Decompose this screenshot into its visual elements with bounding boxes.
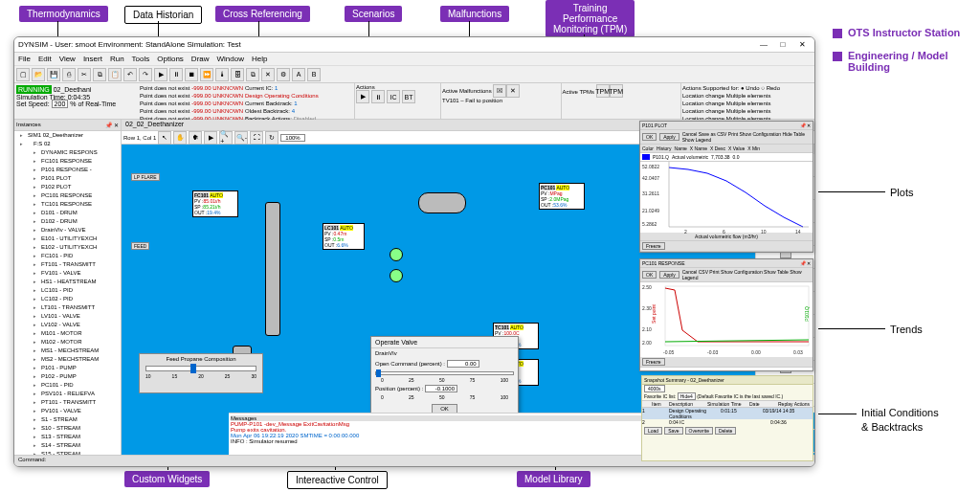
feedcomp-slider[interactable] xyxy=(145,366,256,371)
tree-item[interactable]: P101 PLOT xyxy=(33,174,121,183)
snap-tab[interactable]: 4000s xyxy=(644,385,665,392)
tool-historian-icon[interactable]: 🗄 xyxy=(231,68,244,81)
tree-item[interactable]: S1 - STREAM xyxy=(33,415,121,424)
snap-fav-select[interactable]: Hide4 xyxy=(678,392,696,400)
tool-undo-icon[interactable]: ↶ xyxy=(123,68,137,81)
pump-p102[interactable] xyxy=(390,269,403,282)
snapshot-summary-panel[interactable]: Snapshot Summary - 02_Deethanizer 4000s … xyxy=(641,375,813,461)
tool-cut-icon[interactable]: ✂ xyxy=(78,68,91,81)
tree-item[interactable]: PC101 - PID xyxy=(33,381,121,390)
tree-pin-icon[interactable]: 📌 ✕ xyxy=(105,122,119,128)
window-close-button[interactable]: ✕ xyxy=(793,39,811,51)
tree-item[interactable]: PSV101 - RELIEFVA xyxy=(33,390,121,398)
tree-item[interactable]: LC101 - PID xyxy=(33,286,121,295)
menu-options[interactable]: Options xyxy=(157,55,184,63)
action-ic-icon[interactable]: IC xyxy=(387,90,400,103)
canvas-zoomout-icon[interactable]: 🔍- xyxy=(234,131,248,145)
tree-item[interactable]: LV102 - VALVE xyxy=(33,321,121,329)
tree-item[interactable]: PT101 - TRANSMITT xyxy=(33,398,121,407)
menu-help[interactable]: Help xyxy=(252,55,267,63)
canvas-cursor-icon[interactable]: ↖ xyxy=(158,131,171,145)
menu-file[interactable]: File xyxy=(18,55,31,63)
action-scenario-icon[interactable]: ▶ xyxy=(356,90,369,103)
fc101-block[interactable]: FC101 AUTO PV :85.01t/h SP :85.21t/h OUT… xyxy=(192,190,238,217)
mal-toggle-icon[interactable]: ☒ xyxy=(493,84,506,98)
tree-root[interactable]: SIM1 02_Deethanizer xyxy=(20,131,121,140)
action-pause-icon[interactable]: ⏸ xyxy=(371,90,385,103)
window-min-button[interactable]: — xyxy=(755,39,772,51)
tree-item[interactable]: S10 - STREAM xyxy=(33,424,121,433)
tree-item[interactable]: FV101 - VALVE xyxy=(33,269,121,278)
tree-item[interactable]: MS2 - MECHSTREAM xyxy=(33,355,121,364)
tree-item[interactable]: PC101 RESPONSE xyxy=(33,191,121,200)
tool-b-icon[interactable]: B xyxy=(307,68,321,81)
tree-item[interactable]: D101 - DRUM xyxy=(33,209,121,217)
tool-print-icon[interactable]: ⎙ xyxy=(62,68,76,81)
tpm-icon[interactable]: TPM xyxy=(596,84,610,98)
tree-item[interactable]: DYNAMIC RESPONS xyxy=(33,148,121,157)
canvas-pan-icon[interactable]: ✋ xyxy=(173,131,187,145)
canvas-zoomin-icon[interactable]: 🔍+ xyxy=(219,131,233,145)
plot1-pin-icon[interactable]: 📌 ✕ xyxy=(800,123,811,128)
plot2-apply-button[interactable]: Apply xyxy=(659,271,679,279)
tree-item[interactable]: M102 - MOTOR xyxy=(33,338,121,347)
snap-overwrite-button[interactable]: Overwrite xyxy=(685,427,713,435)
tree-item[interactable]: TC101 RESPONSE xyxy=(33,200,121,209)
tree-item[interactable]: E102 - UTILITYEXCH xyxy=(33,243,121,252)
menu-run[interactable]: Run xyxy=(110,55,124,63)
tree-item[interactable]: PV101 - VALVE xyxy=(33,407,121,415)
pump-p101[interactable] xyxy=(390,248,403,261)
setspeed-input[interactable]: 200 xyxy=(52,100,69,108)
tool-a-icon[interactable]: A xyxy=(292,68,305,81)
lc101-block[interactable]: LC101 AUTO PV :0.47m SP :0.5m OUT :6.6% xyxy=(323,223,365,250)
plot2-freeze-button[interactable]: Freeze xyxy=(642,358,665,366)
snap-row[interactable]: 1 Design Operating Conditions 0:01:15 03… xyxy=(642,408,813,419)
plot2-buttons[interactable]: Cancel CSV Print Show Configuration Show… xyxy=(682,269,811,280)
snap-load-button[interactable]: Load xyxy=(644,427,662,435)
tree-item[interactable]: HS1 - HEATSTREAM xyxy=(33,278,121,286)
plot2-pin-icon[interactable]: 📌 ✕ xyxy=(800,260,811,266)
canvas-refresh-icon[interactable]: ↻ xyxy=(265,131,278,145)
snap-save-button[interactable]: Save xyxy=(664,427,682,435)
feed-composition-widget[interactable]: Feed Propane Composition 10 15 20 25 30 xyxy=(139,353,263,393)
tool-close-icon[interactable]: ✕ xyxy=(261,68,275,81)
tool-stop-icon[interactable]: ⏹ xyxy=(185,68,198,81)
feedcomp-knob[interactable] xyxy=(190,364,196,373)
snap-row[interactable]: 2 0:04 IC 0:04:36 xyxy=(642,419,813,425)
tree-item[interactable]: E101 - UTILITYEXCH xyxy=(33,235,121,243)
valve-open-knob[interactable] xyxy=(376,369,381,377)
mal-item[interactable]: TV101 – Fail to position xyxy=(442,98,560,103)
menu-draw[interactable]: Draw xyxy=(191,55,210,63)
canvas-play-icon[interactable]: ▶ xyxy=(204,131,217,145)
tool-redo-icon[interactable]: ↷ xyxy=(139,68,152,81)
tree-item[interactable]: M101 - MOTOR xyxy=(33,329,121,338)
tool-gear-icon[interactable]: ⚙ xyxy=(277,68,290,81)
menu-tools[interactable]: Tools xyxy=(132,55,150,63)
canvas-head-icon[interactable]: 🗣 xyxy=(189,131,202,145)
tool-ff-icon[interactable]: ⏩ xyxy=(200,68,213,81)
tool-pause-icon[interactable]: ⏸ xyxy=(169,68,183,81)
tree-item[interactable]: FT101 - TRANSMITT xyxy=(33,260,121,269)
tree-fs[interactable]: F:S 02 xyxy=(20,140,121,148)
menu-insert[interactable]: Insert xyxy=(83,55,102,63)
drum-d101[interactable] xyxy=(418,192,466,213)
tree-item[interactable]: DrainVlv - VALVE xyxy=(33,226,121,235)
redo-label[interactable]: Redo xyxy=(767,85,780,91)
pc101-trend-panel[interactable]: PC101 RESPONSE 📌 ✕ OK Apply Cancel CSV P… xyxy=(639,258,813,371)
tpm-icon2[interactable]: TPM xyxy=(610,84,623,98)
mal-del-icon[interactable]: ✕ xyxy=(506,84,520,98)
pc101-block[interactable]: PC101 AUTO PV :MPag SP :2.0MPag OUT :53.… xyxy=(539,183,585,210)
p101-plot-panel[interactable]: P101 PLOT 📌 ✕ OK Apply Cancel Save as CS… xyxy=(639,121,813,253)
plot1-ok-button[interactable]: OK xyxy=(642,133,657,141)
snap-delete-button[interactable]: Delete xyxy=(715,427,736,435)
tool-xref-icon[interactable]: ⧉ xyxy=(246,68,259,81)
undo-label[interactable]: Undo xyxy=(746,85,759,91)
tree-item[interactable]: P102 PLOT xyxy=(33,183,121,191)
menu-window[interactable]: Window xyxy=(217,55,244,63)
window-max-button[interactable]: □ xyxy=(774,39,791,51)
tool-paste-icon[interactable]: 📋 xyxy=(108,68,122,81)
menu-edit[interactable]: Edit xyxy=(38,55,52,63)
plot1-apply-button[interactable]: Apply xyxy=(659,133,679,141)
valve-pos-input[interactable]: -0.1000 xyxy=(425,385,457,392)
tree-item[interactable]: P102 - PUMP xyxy=(33,372,121,381)
